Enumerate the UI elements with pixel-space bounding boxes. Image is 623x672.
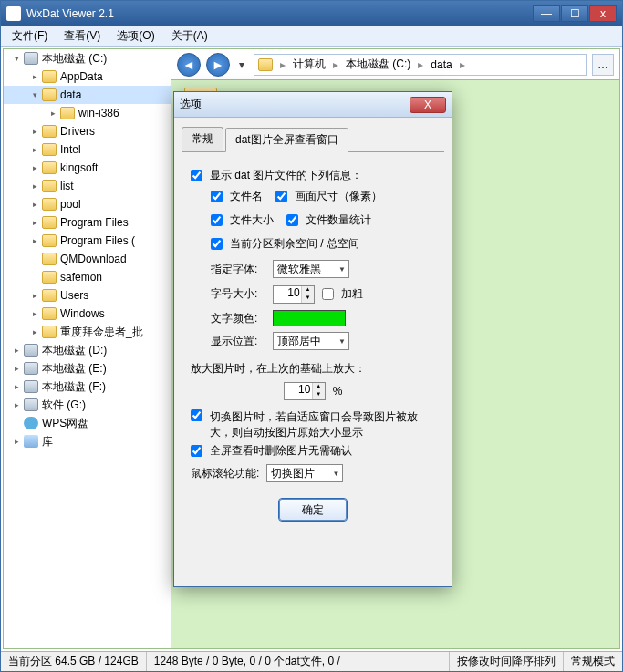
- dialog-tabs: 常规 dat图片全屏查看窗口: [182, 127, 444, 152]
- tree-item[interactable]: ▸本地磁盘 (E:): [4, 359, 171, 377]
- tree-item[interactable]: ▸Drivers: [4, 122, 171, 140]
- tree-expander-icon[interactable]: ▸: [29, 308, 40, 319]
- spin-down-icon[interactable]: ▼: [313, 391, 325, 399]
- tree-item[interactable]: safemon: [4, 268, 171, 286]
- maximize-button[interactable]: ☐: [561, 5, 588, 22]
- chk-partition[interactable]: [211, 238, 223, 250]
- tree-expander-icon[interactable]: [11, 418, 22, 429]
- crumb-computer[interactable]: 计算机: [289, 57, 329, 72]
- nav-forward-button[interactable]: ►: [206, 53, 230, 77]
- dialog-close-button[interactable]: X: [410, 97, 446, 113]
- chk-filecount[interactable]: [286, 214, 298, 226]
- menu-file[interactable]: 文件(F): [5, 26, 55, 46]
- tree-item-label: Windows: [60, 307, 105, 320]
- nav-back-button[interactable]: ◄: [177, 53, 201, 77]
- tree-item-label: Program Files (: [60, 234, 135, 247]
- tree-expander-icon[interactable]: ▸: [29, 144, 40, 155]
- color-picker[interactable]: [273, 310, 346, 326]
- tree-item-label: 本地磁盘 (C:): [42, 51, 107, 67]
- combo-font[interactable]: 微软雅黑: [273, 260, 349, 278]
- chk-filesize[interactable]: [211, 214, 223, 226]
- nav-history-dropdown[interactable]: ▾: [235, 54, 248, 76]
- tree-expander-icon[interactable]: ▸: [11, 345, 22, 356]
- tree-item[interactable]: ▸库: [4, 432, 171, 450]
- tree-item[interactable]: ▸AppData: [4, 67, 171, 86]
- tree-item[interactable]: ▾本地磁盘 (C:): [4, 49, 171, 67]
- dialog-titlebar[interactable]: 选项 X: [174, 92, 452, 118]
- ok-button[interactable]: 确定: [279, 499, 347, 521]
- tree-item-label: 本地磁盘 (F:): [42, 379, 106, 395]
- tree-item[interactable]: ▸软件 (G:): [4, 396, 171, 414]
- tree-item[interactable]: ▸Program Files: [4, 213, 171, 232]
- titlebar[interactable]: WxDat Viewer 2.1 — ☐ x: [1, 1, 622, 26]
- chevron-right-icon: ▸: [331, 58, 340, 71]
- breadcrumb[interactable]: ▸ 计算机 ▸ 本地磁盘 (C:) ▸ data ▸: [254, 54, 587, 76]
- tree-expander-icon[interactable]: ▸: [11, 363, 22, 374]
- minimize-button[interactable]: —: [533, 5, 560, 22]
- tree-expander-icon[interactable]: ▸: [29, 181, 40, 191]
- tree-expander-icon[interactable]: ▾: [11, 53, 22, 64]
- tree-item[interactable]: ▸Windows: [4, 305, 171, 323]
- chk-bold[interactable]: [322, 288, 334, 300]
- tree-item[interactable]: ▸win-i386: [4, 104, 171, 122]
- chevron-right-icon: ▸: [416, 58, 425, 71]
- tree-item[interactable]: ▸Program Files (: [4, 232, 171, 250]
- chk-imgsize[interactable]: [275, 191, 287, 202]
- folder-icon: [42, 198, 57, 211]
- tree-expander-icon[interactable]: ▸: [29, 235, 40, 246]
- crumb-drive-c[interactable]: 本地磁盘 (C:): [342, 57, 414, 72]
- tree-item[interactable]: ▸重度拜金患者_批: [4, 323, 171, 341]
- tab-fullscreen-viewer[interactable]: dat图片全屏查看窗口: [225, 128, 348, 152]
- combo-wheel[interactable]: 切换图片: [266, 464, 343, 482]
- tree-item[interactable]: ▸Users: [4, 286, 171, 305]
- tree-expander-icon[interactable]: ▸: [29, 290, 40, 301]
- chk-switch-original[interactable]: [191, 409, 202, 421]
- combo-position[interactable]: 顶部居中: [273, 332, 349, 350]
- chk-show-info[interactable]: [191, 170, 202, 181]
- menu-view[interactable]: 查看(V): [57, 26, 108, 46]
- nav-more-button[interactable]: …: [592, 54, 614, 76]
- breadcrumb-root-icon: [258, 58, 273, 71]
- tree-item[interactable]: QMDownload: [4, 250, 171, 268]
- spin-up-icon[interactable]: ▲: [302, 286, 314, 295]
- close-button[interactable]: x: [589, 5, 617, 22]
- menu-options[interactable]: 选项(O): [109, 26, 161, 46]
- tree-expander-icon[interactable]: [29, 253, 40, 264]
- tree-item[interactable]: ▸本地磁盘 (D:): [4, 341, 171, 359]
- tree-expander-icon[interactable]: ▾: [29, 89, 40, 100]
- chk-delete-noconfirm[interactable]: [191, 445, 202, 457]
- folder-tree[interactable]: ▾本地磁盘 (C:)▸AppData▾data▸win-i386▸Drivers…: [4, 49, 171, 648]
- tree-expander-icon[interactable]: ▸: [29, 326, 40, 337]
- spin-down-icon[interactable]: ▼: [302, 295, 314, 303]
- tree-item[interactable]: ▸本地磁盘 (F:): [4, 377, 171, 396]
- tree-item[interactable]: ▸kingsoft: [4, 159, 171, 177]
- tab-general[interactable]: 常规: [182, 127, 223, 151]
- chevron-right-icon: ▸: [278, 58, 287, 71]
- chk-filename[interactable]: [211, 191, 223, 202]
- tree-item[interactable]: ▾data: [4, 86, 171, 104]
- tree-expander-icon[interactable]: ▸: [29, 162, 40, 173]
- tree-item[interactable]: ▸pool: [4, 195, 171, 213]
- tree-expander-icon[interactable]: ▸: [29, 199, 40, 210]
- tree-item-label: AppData: [60, 70, 103, 83]
- crumb-data[interactable]: data: [427, 58, 455, 71]
- tree-expander-icon[interactable]: [29, 272, 40, 283]
- menu-about[interactable]: 关于(A): [164, 26, 215, 46]
- tree-expander-icon[interactable]: ▸: [29, 126, 40, 137]
- tree-expander-icon[interactable]: ▸: [47, 108, 58, 119]
- tree-item-label: 软件 (G:): [42, 398, 86, 413]
- tree-expander-icon[interactable]: ▸: [11, 436, 22, 447]
- spin-up-icon[interactable]: ▲: [313, 383, 325, 391]
- spinner-fontsize[interactable]: 10 ▲▼: [273, 285, 315, 304]
- tree-expander-icon[interactable]: ▸: [29, 217, 40, 228]
- tree-expander-icon[interactable]: ▸: [11, 381, 22, 392]
- spinner-zoom[interactable]: 10 ▲▼: [284, 382, 326, 400]
- tree-item[interactable]: WPS网盘: [4, 414, 171, 432]
- folder-icon: [42, 161, 57, 174]
- tree-item[interactable]: ▸list: [4, 177, 171, 195]
- tree-item[interactable]: ▸Intel: [4, 140, 171, 159]
- tree-expander-icon[interactable]: ▸: [29, 71, 40, 82]
- lbl-wheel: 鼠标滚轮功能:: [191, 466, 259, 481]
- drive-icon: [24, 344, 38, 357]
- tree-expander-icon[interactable]: ▸: [11, 399, 22, 410]
